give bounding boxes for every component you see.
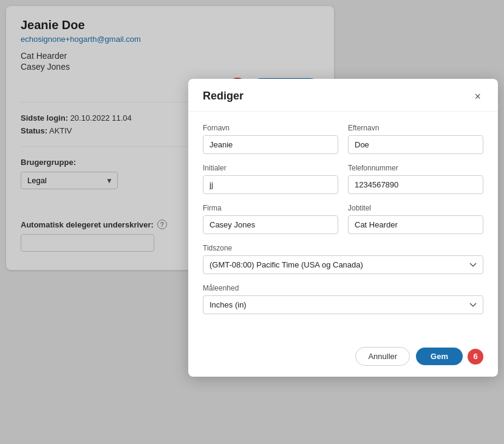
efternavn-label: Efternavn	[348, 124, 483, 132]
fornavn-input[interactable]	[203, 135, 338, 154]
form-group-tidszone: Tidszone (GMT-08:00) Pacific Time (USA o…	[203, 244, 483, 274]
form-group-efternavn: Efternavn	[348, 124, 483, 154]
form-group-firma: Firma	[203, 204, 338, 234]
form-row-initialer: Initialer Telefonnummer	[203, 164, 483, 194]
modal-footer: Annuller Gem 6	[188, 338, 498, 377]
form-group-jobtitel: Jobtitel	[348, 204, 483, 234]
form-group-maaleenhed: Måleenhed Inches (in)Centimeter (cm)	[203, 284, 483, 314]
form-row-firma: Firma Jobtitel	[203, 204, 483, 234]
modal-overlay: Rediger × Fornavn Efternavn Initialer	[0, 0, 504, 444]
modal-header: Rediger ×	[188, 79, 498, 112]
cancel-button[interactable]: Annuller	[355, 347, 410, 366]
efternavn-input[interactable]	[348, 135, 483, 154]
edit-modal: Rediger × Fornavn Efternavn Initialer	[188, 79, 498, 377]
tidszone-label: Tidszone	[203, 244, 483, 252]
firma-label: Firma	[203, 204, 338, 212]
tidszone-select[interactable]: (GMT-08:00) Pacific Time (USA og Canada)…	[203, 255, 483, 274]
modal-close-button[interactable]: ×	[472, 91, 483, 102]
initialer-label: Initialer	[203, 164, 338, 172]
form-row-tidszone: Tidszone (GMT-08:00) Pacific Time (USA o…	[203, 244, 483, 274]
jobtitel-label: Jobtitel	[348, 204, 483, 212]
save-button[interactable]: Gem	[416, 348, 463, 365]
firma-input[interactable]	[203, 215, 338, 234]
save-wrapper: Gem 6	[416, 348, 483, 365]
form-row-maaleenhed: Måleenhed Inches (in)Centimeter (cm)	[203, 284, 483, 314]
jobtitel-input[interactable]	[348, 215, 483, 234]
form-group-telefon: Telefonnummer	[348, 164, 483, 194]
form-row-name: Fornavn Efternavn	[203, 124, 483, 154]
form-group-fornavn: Fornavn	[203, 124, 338, 154]
maaleenhed-label: Måleenhed	[203, 284, 483, 292]
modal-body: Fornavn Efternavn Initialer Telefonnumme…	[188, 112, 498, 338]
maaleenhed-select[interactable]: Inches (in)Centimeter (cm)	[203, 295, 483, 314]
fornavn-label: Fornavn	[203, 124, 338, 132]
initialer-input[interactable]	[203, 175, 338, 194]
form-group-initialer: Initialer	[203, 164, 338, 194]
telefon-label: Telefonnummer	[348, 164, 483, 172]
telefon-input[interactable]	[348, 175, 483, 194]
modal-title: Rediger	[203, 90, 243, 103]
step-badge-6: 6	[468, 349, 483, 365]
